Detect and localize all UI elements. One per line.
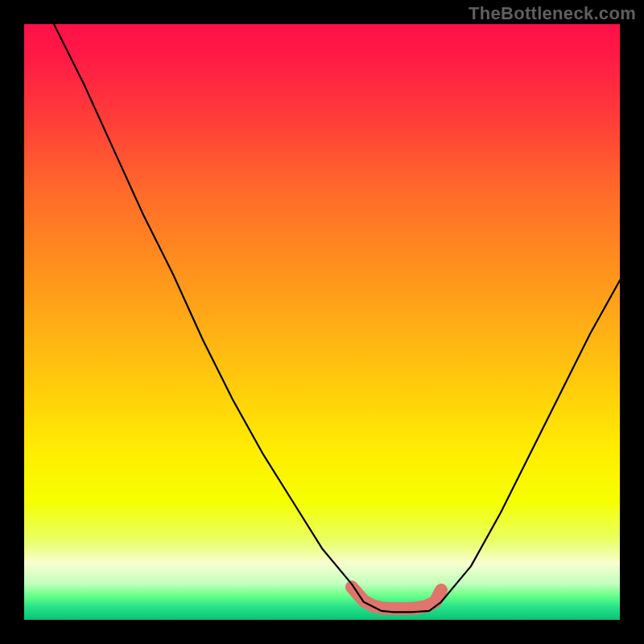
plot-area bbox=[24, 24, 620, 620]
chart-frame: TheBottleneck.com bbox=[0, 0, 644, 644]
bottleneck-curve bbox=[54, 24, 620, 612]
curve-layer bbox=[24, 24, 620, 620]
sweet-spot-marker bbox=[352, 587, 441, 609]
watermark-text: TheBottleneck.com bbox=[469, 3, 636, 24]
